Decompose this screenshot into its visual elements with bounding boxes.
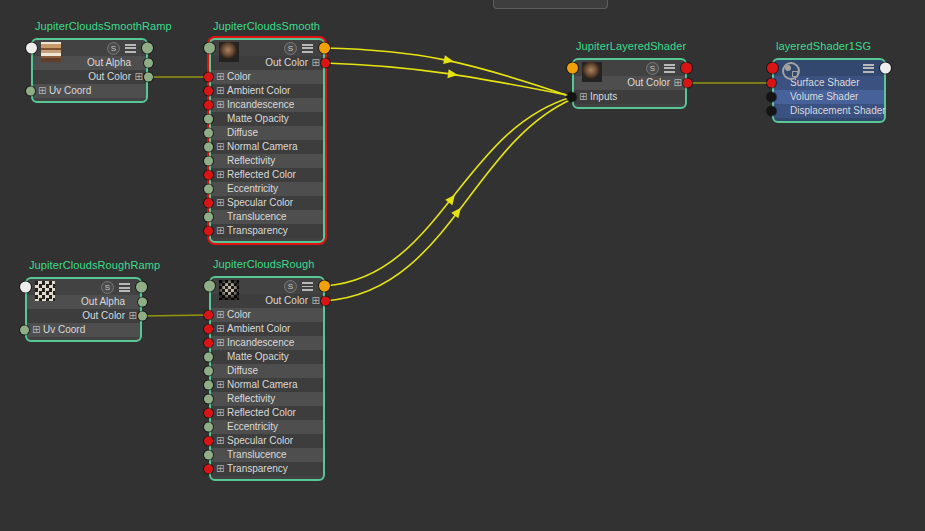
header-port-right[interactable] — [136, 282, 147, 293]
expand-icon[interactable]: ⊞ — [216, 322, 224, 335]
port-reflected-color[interactable] — [204, 171, 213, 180]
wire[interactable] — [142, 315, 209, 316]
expand-icon[interactable]: ⊞ — [216, 462, 224, 475]
toolbar-tab-remnant[interactable] — [493, 0, 608, 9]
attr-row-eccentricity[interactable]: Eccentricity — [211, 182, 323, 196]
expand-icon[interactable]: ⊞ — [32, 323, 40, 336]
attr-row-diffuse[interactable]: Diffuse — [211, 364, 323, 378]
port-normal-camera[interactable] — [204, 143, 213, 152]
port-translucence[interactable] — [204, 451, 213, 460]
attr-row-uv-coord[interactable]: ⊞Uv Coord — [27, 323, 140, 337]
swatch-badge-icon[interactable]: S — [101, 281, 114, 294]
display-mode-icon[interactable] — [302, 44, 313, 53]
attr-row-translucence[interactable]: Translucence — [211, 210, 323, 224]
expand-icon[interactable]: ⊞ — [216, 336, 224, 349]
attr-row-reflected-color[interactable]: ⊞Reflected Color — [211, 168, 323, 182]
attr-row-color[interactable]: ⊞Color — [211, 308, 323, 322]
node-header[interactable]: S — [211, 278, 323, 294]
expand-icon[interactable]: ⊞ — [312, 56, 320, 69]
port-out-alpha[interactable] — [144, 59, 153, 68]
port-eccentricity[interactable] — [204, 185, 213, 194]
header-port-left[interactable] — [767, 63, 778, 74]
attr-row-reflectivity[interactable]: Reflectivity — [211, 154, 323, 168]
attr-row-inputs[interactable]: ⊞Inputs — [574, 90, 685, 104]
attr-row-volume-shader[interactable]: Volume Shader — [774, 90, 884, 104]
wire[interactable] — [325, 99, 572, 301]
expand-icon[interactable]: ⊞ — [135, 70, 143, 83]
attr-row-ambient-color[interactable]: ⊞Ambient Color — [211, 322, 323, 336]
attr-row-reflectivity[interactable]: Reflectivity — [211, 392, 323, 406]
attr-row-incandescence[interactable]: ⊞Incandescence — [211, 336, 323, 350]
port-diffuse[interactable] — [204, 129, 213, 138]
port-out-alpha[interactable] — [138, 298, 147, 307]
expand-icon[interactable]: ⊞ — [216, 84, 224, 97]
expand-icon[interactable]: ⊞ — [216, 70, 224, 83]
port-out-color[interactable] — [683, 79, 692, 88]
wire[interactable] — [325, 48, 572, 97]
port-out-color[interactable] — [321, 297, 330, 306]
header-port-left[interactable] — [204, 43, 215, 54]
expand-icon[interactable]: ⊞ — [216, 224, 224, 237]
attr-row-uv-coord[interactable]: ⊞Uv Coord — [33, 84, 146, 98]
node-body[interactable]: S⊞Out Color⊞Color⊞Ambient Color⊞Incandes… — [209, 38, 325, 243]
node-jupiterCloudsSmoothRamp[interactable]: JupiterCloudsSmoothRampSOut Alpha⊞Out Co… — [31, 20, 148, 103]
display-mode-icon[interactable] — [125, 44, 136, 53]
port-translucence[interactable] — [204, 213, 213, 222]
port-matte-opacity[interactable] — [204, 115, 213, 124]
attr-row-specular-color[interactable]: ⊞Specular Color — [211, 434, 323, 448]
expand-icon[interactable]: ⊞ — [216, 434, 224, 447]
port-transparency[interactable] — [204, 465, 213, 474]
attr-row-matte-opacity[interactable]: Matte Opacity — [211, 112, 323, 126]
node-layeredShader1SG[interactable]: layeredShader1SGSurface ShaderVolume Sha… — [772, 40, 886, 123]
attr-row-displacement-shader[interactable]: Displacement Shader — [774, 104, 884, 118]
header-port-right[interactable] — [880, 63, 891, 74]
header-port-right[interactable] — [319, 43, 330, 54]
expand-icon[interactable]: ⊞ — [216, 378, 224, 391]
node-header[interactable]: S — [574, 60, 685, 76]
header-port-left[interactable] — [567, 63, 578, 74]
node-body[interactable]: SOut Alpha⊞Out Color⊞Uv Coord — [25, 277, 142, 342]
port-transparency[interactable] — [204, 227, 213, 236]
node-jupiterCloudsRoughRamp[interactable]: JupiterCloudsRoughRampSOut Alpha⊞Out Col… — [25, 259, 142, 342]
expand-icon[interactable]: ⊞ — [216, 406, 224, 419]
swatch-badge-icon[interactable]: S — [284, 280, 297, 293]
wire[interactable] — [325, 63, 572, 96]
port-out-color[interactable] — [144, 73, 153, 82]
node-jupiterCloudsRough[interactable]: JupiterCloudsRoughS⊞Out Color⊞Color⊞Ambi… — [209, 258, 325, 481]
port-incandescence[interactable] — [204, 339, 213, 348]
attr-row-normal-camera[interactable]: ⊞Normal Camera — [211, 378, 323, 392]
port-inputs[interactable] — [567, 93, 576, 102]
port-ambient-color[interactable] — [204, 87, 213, 96]
expand-icon[interactable]: ⊞ — [216, 98, 224, 111]
attr-row-out-color[interactable]: ⊞Out Color — [27, 309, 140, 323]
attr-row-transparency[interactable]: ⊞Transparency — [211, 224, 323, 238]
port-color[interactable] — [204, 311, 213, 320]
port-reflected-color[interactable] — [204, 409, 213, 418]
swatch-badge-icon[interactable]: S — [107, 42, 120, 55]
attr-row-incandescence[interactable]: ⊞Incandescence — [211, 98, 323, 112]
node-header[interactable]: S — [33, 40, 146, 56]
swatch-badge-icon[interactable]: S — [284, 42, 297, 55]
node-header[interactable]: S — [211, 40, 323, 56]
attr-row-ambient-color[interactable]: ⊞Ambient Color — [211, 84, 323, 98]
node-header[interactable] — [774, 60, 884, 76]
expand-icon[interactable]: ⊞ — [216, 140, 224, 153]
node-body[interactable]: S⊞Out Color⊞Color⊞Ambient Color⊞Incandes… — [209, 276, 325, 481]
port-diffuse[interactable] — [204, 367, 213, 376]
port-incandescence[interactable] — [204, 101, 213, 110]
expand-icon[interactable]: ⊞ — [312, 294, 320, 307]
attr-row-specular-color[interactable]: ⊞Specular Color — [211, 196, 323, 210]
port-reflectivity[interactable] — [204, 395, 213, 404]
node-header[interactable]: S — [27, 279, 140, 295]
port-uv-coord[interactable] — [26, 87, 35, 96]
port-out-color[interactable] — [321, 59, 330, 68]
expand-icon[interactable]: ⊞ — [38, 84, 46, 97]
port-normal-camera[interactable] — [204, 381, 213, 390]
port-eccentricity[interactable] — [204, 423, 213, 432]
port-out-color[interactable] — [138, 312, 147, 321]
attr-row-normal-camera[interactable]: ⊞Normal Camera — [211, 140, 323, 154]
header-port-left[interactable] — [204, 281, 215, 292]
port-displacement-shader[interactable] — [767, 107, 776, 116]
node-body[interactable]: SOut Alpha⊞Out Color⊞Uv Coord — [31, 38, 148, 103]
port-uv-coord[interactable] — [20, 326, 29, 335]
